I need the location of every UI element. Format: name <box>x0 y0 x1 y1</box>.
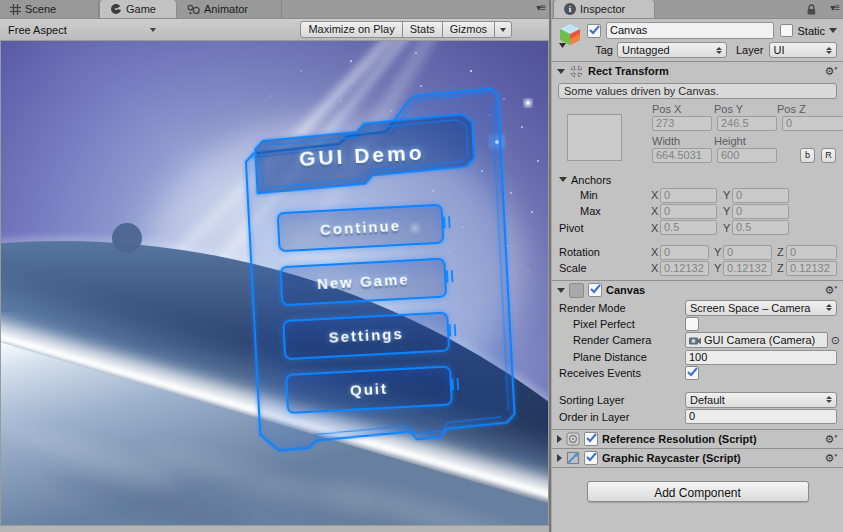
anchors-foldout[interactable]: Anchors <box>552 172 843 187</box>
static-caret-icon[interactable] <box>829 28 837 33</box>
graphic-raycaster-header[interactable]: Graphic Raycaster (Script) ⚙ <box>552 448 843 467</box>
rotation-x-field[interactable]: 0 <box>660 245 709 260</box>
width-label: Width <box>652 135 714 147</box>
rotation-z-field[interactable]: 0 <box>786 245 837 260</box>
render-camera-row: Render Camera GUI Camera (Camera) ⊙ <box>552 331 843 349</box>
layer-dropdown[interactable]: UI <box>769 42 837 58</box>
min-y-field[interactable]: 0 <box>732 188 789 203</box>
reference-resolution-title: Reference Resolution (Script) <box>602 433 821 445</box>
layer-value: UI <box>774 44 822 56</box>
cube-icon[interactable] <box>557 22 583 49</box>
width-field[interactable]: 664.5031 <box>652 148 712 163</box>
gear-icon[interactable]: ⚙ <box>825 434 837 445</box>
camera-icon <box>689 336 701 345</box>
canvas-enabled-checkbox[interactable] <box>588 283 602 297</box>
object-picker-icon[interactable]: ⊙ <box>831 335 840 346</box>
order-in-layer-label: Order in Layer <box>559 411 685 423</box>
plane-distance-field[interactable]: 100 <box>685 350 837 365</box>
game-menu: GUI Demo Continue New Game Settings Quit <box>237 50 529 462</box>
render-mode-label: Render Mode <box>559 302 685 314</box>
aspect-dropdown-label: Free Aspect <box>8 24 150 36</box>
pixel-perfect-checkbox[interactable] <box>685 317 699 331</box>
rect-transform-header[interactable]: Rect Transform ⚙ <box>552 61 843 80</box>
sorting-layer-dropdown[interactable]: Default <box>685 392 837 408</box>
gear-icon[interactable]: ⚙ <box>825 285 837 296</box>
blueprint-mode-button[interactable]: b <box>800 148 815 163</box>
name-field[interactable]: Canvas <box>606 22 774 39</box>
inspector-menu-icon[interactable]: ▾≡ <box>830 2 839 13</box>
lock-icon[interactable] <box>806 4 817 16</box>
graphic-raycaster-icon <box>566 451 580 465</box>
tag-dropdown[interactable]: Untagged <box>617 42 727 58</box>
pivot-y-field[interactable]: 0.5 <box>732 220 789 235</box>
y-axis-label: Y <box>714 246 723 258</box>
scale-x-field[interactable]: 0.12132 <box>660 261 709 276</box>
x-axis-label: X <box>651 246 660 258</box>
gear-icon[interactable]: ⚙ <box>825 66 837 77</box>
reference-resolution-checkbox[interactable] <box>584 432 598 446</box>
active-checkbox[interactable] <box>587 24 601 38</box>
dropdown-caret-icon <box>500 28 506 32</box>
max-y-field[interactable]: 0 <box>732 204 789 219</box>
pivot-row: Pivot X 0.5 Y 0.5 <box>552 219 843 236</box>
pivot-x-field[interactable]: 0.5 <box>660 220 717 235</box>
foldout-icon <box>559 177 567 182</box>
z-axis-label: Z <box>777 262 786 274</box>
gizmos-caret-button[interactable] <box>494 21 512 38</box>
pos-x-field[interactable]: 273 <box>652 116 712 131</box>
updown-icon <box>826 47 832 54</box>
tab-inspector[interactable]: i Inspector <box>553 0 655 18</box>
updown-icon <box>826 304 832 311</box>
game-panel-menu-icon[interactable]: ▾≡ <box>536 2 545 13</box>
dropdown-caret-icon <box>150 28 156 32</box>
tab-animator[interactable]: Animator <box>177 0 282 18</box>
moon <box>112 223 142 253</box>
add-component-button[interactable]: Add Component <box>587 481 809 502</box>
tag-label: Tag <box>587 44 613 56</box>
max-label: Max <box>580 205 651 217</box>
anchor-preview[interactable] <box>567 114 622 161</box>
height-field[interactable]: 600 <box>717 148 777 163</box>
render-camera-field[interactable]: GUI Camera (Camera) <box>685 332 828 348</box>
tab-scene[interactable]: Scene <box>0 0 99 18</box>
canvas-component-header[interactable]: Canvas ⚙ <box>552 280 843 299</box>
sorting-layer-label: Sorting Layer <box>559 394 685 406</box>
tab-game-label: Game <box>126 3 156 15</box>
rotation-y-field[interactable]: 0 <box>723 245 772 260</box>
gear-icon[interactable]: ⚙ <box>825 453 837 464</box>
receives-events-checkbox[interactable] <box>685 366 699 380</box>
tab-game[interactable]: Game <box>99 0 177 18</box>
pos-z-field[interactable]: 0 <box>782 116 843 131</box>
updown-icon <box>716 47 722 54</box>
pos-x-label: Pos X <box>652 103 714 115</box>
graphic-raycaster-checkbox[interactable] <box>584 451 598 465</box>
foldout-icon[interactable] <box>557 435 562 443</box>
inspector-panel: i Inspector ▾≡ Canvas <box>552 0 843 532</box>
game-panel-tabstrip: Scene Game Animator ▾≡ <box>0 0 549 19</box>
static-checkbox[interactable] <box>780 24 793 37</box>
reference-resolution-header[interactable]: Reference Resolution (Script) ⚙ <box>552 429 843 448</box>
pos-y-field[interactable]: 246.5 <box>717 116 777 131</box>
max-x-field[interactable]: 0 <box>660 204 717 219</box>
foldout-icon[interactable] <box>557 69 565 74</box>
min-x-field[interactable]: 0 <box>660 188 717 203</box>
pivot-label: Pivot <box>559 222 651 234</box>
raw-mode-button[interactable]: R <box>821 148 836 163</box>
scale-y-field[interactable]: 0.12132 <box>723 261 772 276</box>
render-mode-dropdown[interactable]: Screen Space – Camera <box>685 300 837 316</box>
aspect-dropdown[interactable]: Free Aspect <box>0 19 160 40</box>
stats-button[interactable]: Stats <box>402 21 443 38</box>
driven-warning: Some values driven by Canvas. <box>558 83 837 99</box>
foldout-icon[interactable] <box>557 454 562 462</box>
window-edge <box>0 526 549 532</box>
graphic-raycaster-title: Graphic Raycaster (Script) <box>602 452 821 464</box>
foldout-icon[interactable] <box>557 288 565 293</box>
gizmos-button[interactable]: Gizmos <box>442 21 495 38</box>
layer-label: Layer <box>736 44 764 56</box>
maximize-on-play-button[interactable]: Maximize on Play <box>300 21 402 38</box>
scale-z-field[interactable]: 0.12132 <box>786 261 837 276</box>
reference-resolution-icon <box>566 432 580 446</box>
receives-events-label: Receives Events <box>559 367 685 379</box>
order-in-layer-field[interactable]: 0 <box>685 409 837 424</box>
updown-icon <box>826 396 832 403</box>
